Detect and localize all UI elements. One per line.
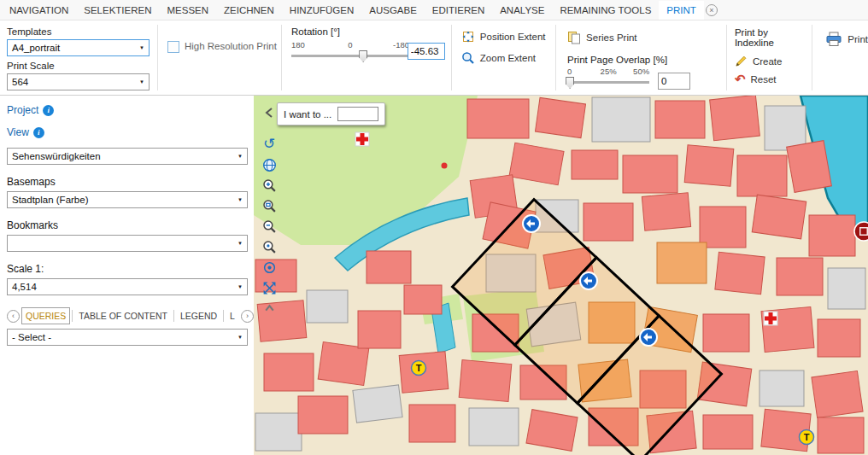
overlap-slider-labels: 0 25% 50% xyxy=(567,67,649,77)
printer-icon xyxy=(825,32,842,47)
create-label: Create xyxy=(753,56,783,67)
series-print-icon xyxy=(567,31,581,44)
full-extent-button[interactable] xyxy=(260,278,279,297)
tab-navigation[interactable]: NAVIGATION xyxy=(2,1,76,20)
bookmarks-dropdown[interactable]: ▼ xyxy=(7,235,248,252)
center-map-button[interactable] xyxy=(260,258,279,277)
rotation-slider-thumb[interactable] xyxy=(359,50,367,62)
map-dot xyxy=(442,163,448,169)
basemaps-dropdown[interactable]: Stadtplan (Farbe) ▼ xyxy=(7,191,248,208)
rotation-slider[interactable]: 180 0 -180 xyxy=(291,40,409,57)
reset-button[interactable]: ↶ Reset xyxy=(735,73,807,85)
tab-remaining-tools[interactable]: REMAINING TOOLS xyxy=(552,1,659,20)
tab-hinzufuegen[interactable]: HINZUFÜGEN xyxy=(282,1,361,20)
tab-table-of-content[interactable]: TABLE OF CONTENT xyxy=(74,307,172,324)
info-icon[interactable]: i xyxy=(43,105,54,116)
overlap-slider[interactable]: 0 25% 50% xyxy=(567,67,649,84)
basemaps-value: Stadtplan (Farbe) xyxy=(12,195,89,205)
rotation-value-input[interactable] xyxy=(408,43,445,60)
map-canvas[interactable]: T T I want to ... ↺ xyxy=(254,96,868,455)
i-want-to-input[interactable] xyxy=(337,107,378,121)
left-panel: Project i View i Sehenswürdigkeiten ▼ Ba… xyxy=(0,96,254,455)
ribbon-separator xyxy=(555,25,556,90)
overlap-mid-label: 25% xyxy=(601,67,617,76)
tab-selektieren[interactable]: SELEKTIEREN xyxy=(76,1,159,20)
overlap-value-input[interactable] xyxy=(658,73,690,90)
print-scale-label: Print Scale xyxy=(7,61,150,71)
series-print-label: Series Print xyxy=(586,32,636,43)
rotation-mid-label: 0 xyxy=(348,40,352,50)
i-want-to-label: I want to ... xyxy=(284,109,331,120)
map-toolbar: ↺ xyxy=(260,135,279,318)
tab-editieren[interactable]: EDITIEREN xyxy=(425,1,492,20)
page-direction-marker[interactable] xyxy=(640,329,657,346)
globe-button[interactable] xyxy=(260,155,279,174)
info-icon[interactable]: i xyxy=(33,127,44,138)
project-row: Project i xyxy=(7,103,248,117)
undo-arrow-icon: ↶ xyxy=(735,73,746,85)
pencil-icon xyxy=(735,55,748,67)
series-print-button[interactable]: Series Print xyxy=(567,31,718,44)
pharmacy-cross-marker xyxy=(764,312,777,325)
tabstrip-scroll-right-icon[interactable]: › xyxy=(241,310,254,323)
overlap-slider-track[interactable] xyxy=(567,81,649,84)
template-value: A4_portrait xyxy=(12,43,60,53)
tab-queries[interactable]: QUERIES xyxy=(21,307,70,324)
bookmarks-label: Bookmarks xyxy=(7,219,248,231)
chevron-down-icon: ▼ xyxy=(233,241,247,246)
default-extent-button[interactable]: ↺ xyxy=(260,135,279,154)
view-dropdown[interactable]: Sehenswürdigkeiten ▼ xyxy=(7,148,248,165)
zoom-out-button[interactable] xyxy=(260,217,279,236)
tab-analyse[interactable]: ANALYSE xyxy=(492,1,552,20)
tabstrip-divider xyxy=(173,310,174,322)
template-dropdown[interactable]: A4_portrait ▼ xyxy=(7,39,150,56)
tab-legend[interactable]: LEGEND xyxy=(176,307,221,324)
print-ribbon: Templates A4_portrait ▼ Print Scale 564 … xyxy=(0,20,868,96)
extent-group: Position Extent Zoom Extent xyxy=(453,20,554,95)
page-direction-marker[interactable] xyxy=(580,272,597,289)
tab-messen[interactable]: MESSEN xyxy=(159,1,216,20)
view-value: Sehenswürdigkeiten xyxy=(12,151,101,161)
tab-zeichnen[interactable]: ZEICHNEN xyxy=(216,1,282,20)
zoom-window-icon xyxy=(262,199,277,213)
chevron-down-icon: ▼ xyxy=(135,79,149,85)
scale-value: 4,514 xyxy=(12,282,37,292)
panel-tabstrip: ‹ QUERIES TABLE OF CONTENT LEGEND L › › xyxy=(7,306,248,325)
zoom-in-button[interactable] xyxy=(260,176,279,195)
position-extent-button[interactable]: Position Extent xyxy=(461,30,549,44)
zoom-previous-button[interactable] xyxy=(260,237,279,256)
page-direction-marker[interactable] xyxy=(523,215,540,232)
rotation-min-label: 180 xyxy=(291,40,305,50)
toolbar-scroll-up-button[interactable] xyxy=(260,299,279,318)
chevron-up-icon xyxy=(262,301,277,316)
basemap: T T xyxy=(254,96,868,455)
project-label: Project xyxy=(7,104,38,116)
high-res-checkbox[interactable] xyxy=(167,41,179,53)
tab-ausgabe[interactable]: AUSGABE xyxy=(361,1,425,20)
rotation-slider-track[interactable] xyxy=(291,55,409,57)
zoom-extent-button[interactable]: Zoom Extent xyxy=(461,51,549,65)
high-res-label: High Resolution Print xyxy=(185,41,277,51)
print-scale-dropdown[interactable]: 564 ▼ xyxy=(7,73,150,90)
scale-label: Scale 1: xyxy=(7,263,248,275)
globe-icon xyxy=(262,158,277,172)
overlap-min-label: 0 xyxy=(567,67,572,77)
rotation-label: Rotation [°] xyxy=(291,26,443,37)
zoom-window-button[interactable] xyxy=(260,196,279,215)
scale-dropdown[interactable]: 4,514 ▼ xyxy=(7,278,248,295)
ribbon-separator xyxy=(451,25,452,90)
full-extent-icon xyxy=(262,281,277,295)
chevron-down-icon: ▼ xyxy=(233,154,247,159)
tab-truncated[interactable]: L xyxy=(226,307,239,324)
tabstrip-scroll-left-icon[interactable]: ‹ xyxy=(7,310,20,323)
overlap-max-label: 50% xyxy=(633,67,649,77)
query-select-dropdown[interactable]: - Select - ▼ xyxy=(7,329,248,346)
close-tab-icon[interactable]: × xyxy=(706,4,718,16)
print-button[interactable]: Print xyxy=(825,32,868,47)
tab-print[interactable]: PRINT xyxy=(659,1,704,20)
print-group: Print xyxy=(813,20,868,95)
create-button[interactable]: Create xyxy=(735,55,807,67)
ribbon-separator xyxy=(281,25,282,90)
collapse-panel-button[interactable] xyxy=(263,106,277,120)
overlap-slider-thumb[interactable] xyxy=(566,77,574,89)
